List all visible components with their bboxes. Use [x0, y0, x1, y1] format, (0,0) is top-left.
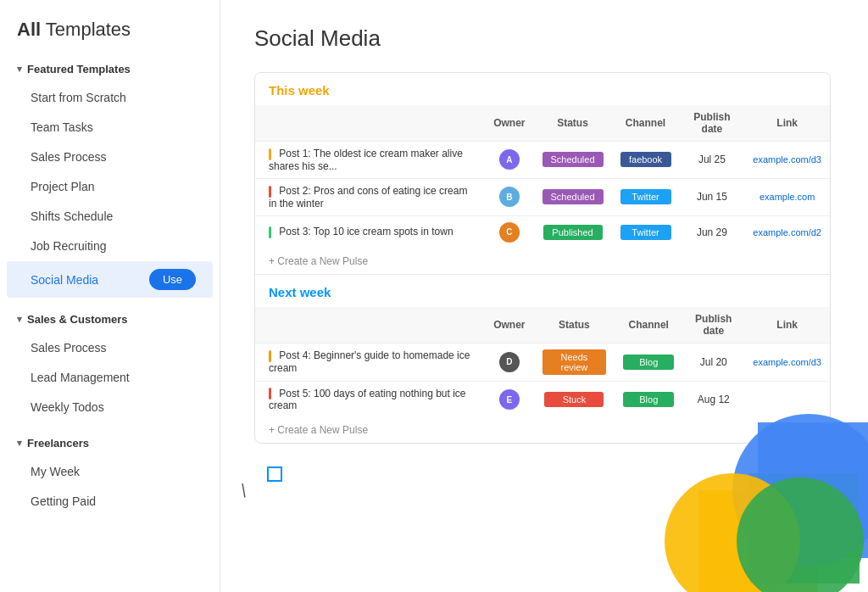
sidebar: All Templates ▾ Featured Templates Start… — [0, 0, 220, 592]
svg-point-1 — [665, 473, 800, 592]
sidebar-item-label: Weekly Todos — [31, 400, 104, 414]
row-bar — [269, 350, 271, 362]
col-owner: Owner — [485, 105, 533, 142]
channel-badge: Blog — [623, 392, 674, 407]
link-cell: example.com/d3 — [744, 142, 830, 179]
sidebar-item-label: My Week — [31, 465, 80, 478]
publish-date-cell: Jul 20 — [682, 343, 744, 381]
channel-cell: faebook — [612, 142, 680, 179]
row-bar — [269, 186, 271, 198]
sidebar-title-bold: All — [17, 19, 41, 40]
link-text[interactable]: example.com/d3 — [753, 154, 821, 165]
link-text[interactable]: example.com/d3 — [753, 357, 821, 367]
channel-badge: Twitter — [620, 189, 671, 204]
channel-badge: faebook — [620, 152, 671, 167]
owner-cell: B — [485, 178, 533, 215]
table-row: Post 5: 100 days of eating nothing but i… — [255, 381, 830, 417]
next-week-section: Next week Owner Status Channel Publish d… — [255, 275, 830, 444]
col-owner: Owner — [485, 307, 533, 343]
sidebar-item-label: Getting Paid — [31, 494, 96, 508]
table-row: Post 4: Beginner's guide to homemade ice… — [255, 343, 830, 381]
sidebar-item-label: Social Media — [31, 273, 98, 287]
circle-yellow — [698, 490, 817, 592]
col-post — [255, 307, 485, 343]
section-sales-label: Sales & Customers — [27, 313, 128, 326]
status-badge: Needs review — [542, 349, 607, 375]
post-text: Post 1: The oldest ice cream maker alive… — [255, 142, 485, 179]
create-pulse-this-week[interactable]: + Create a New Pulse — [255, 249, 830, 274]
channel-badge: Blog — [623, 355, 674, 370]
avatar: A — [499, 149, 520, 170]
col-status: Status — [534, 307, 615, 343]
this-week-header: This week — [255, 73, 830, 105]
col-status: Status — [534, 105, 612, 142]
channel-cell: Twitter — [612, 215, 680, 249]
preview-card: This week Owner Status Channel Publish d… — [254, 72, 831, 444]
link-cell: example.com — [744, 178, 830, 215]
sidebar-item-project-plan[interactable]: Project Plan — [7, 172, 213, 201]
status-cell: Scheduled — [534, 142, 612, 179]
sidebar-item-start-from-scratch[interactable]: Start from Scratch — [7, 83, 213, 112]
sidebar-title: All Templates — [0, 8, 220, 56]
chevron-icon: ▾ — [17, 314, 22, 325]
sidebar-item-job-recruiting[interactable]: Job Recruiting — [7, 232, 213, 260]
sidebar-item-label: Shifts Schedule — [31, 209, 113, 223]
owner-cell: E — [485, 381, 533, 417]
sidebar-item-lead-management[interactable]: Lead Management — [7, 363, 213, 392]
col-post — [255, 105, 485, 142]
row-bar — [269, 388, 271, 399]
sidebar-item-weekly-todos[interactable]: Weekly Todos — [7, 393, 213, 422]
status-cell: Published — [534, 215, 612, 249]
this-week-table: Owner Status Channel Publish date Link P… — [255, 105, 830, 249]
avatar: D — [499, 352, 520, 372]
status-badge: Stuck — [544, 392, 604, 407]
sidebar-item-sales-process[interactable]: Sales Process — [7, 142, 213, 171]
post-text: Post 5: 100 days of eating nothing but i… — [255, 381, 485, 417]
table-row: Post 2: Pros and cons of eating ice crea… — [255, 178, 830, 215]
row-bar — [269, 226, 271, 238]
table-header-row: Owner Status Channel Publish date Link — [255, 105, 830, 142]
link-text[interactable]: example.com — [760, 192, 815, 202]
main-content: Social Media This week Owner Status Chan… — [220, 0, 868, 592]
publish-date-cell: Aug 12 — [682, 381, 744, 417]
use-button[interactable]: Use — [149, 269, 196, 290]
loading-circle — [267, 466, 282, 482]
page-title: Social Media — [254, 25, 834, 52]
loading-indicator — [267, 466, 282, 482]
publish-date-cell: Jun 29 — [680, 215, 745, 249]
create-pulse-next-week[interactable]: + Create a New Pulse — [255, 417, 830, 443]
svg-point-2 — [737, 478, 864, 592]
avatar: B — [499, 187, 520, 207]
section-freelancers[interactable]: ▾ Freelancers — [0, 430, 220, 456]
sidebar-item-label: Sales Process — [31, 341, 106, 355]
link-cell: example.com/d3 — [744, 343, 830, 381]
section-featured-templates[interactable]: ▾ Featured Templates — [0, 56, 220, 82]
link-text[interactable]: example.com/d2 — [753, 227, 821, 237]
chevron-icon: ▾ — [17, 438, 22, 449]
link-cell — [744, 381, 830, 417]
col-channel: Channel — [615, 307, 682, 343]
publish-date-cell: Jun 15 — [680, 178, 745, 215]
sidebar-item-getting-paid[interactable]: Getting Paid — [7, 487, 213, 516]
status-badge: Published — [543, 225, 603, 240]
next-week-header: Next week — [255, 275, 830, 307]
table-row: Post 3: Top 10 ice cream spots in town C… — [255, 215, 830, 249]
sidebar-item-social-media[interactable]: Social Media Use — [7, 261, 213, 298]
channel-cell: Twitter — [612, 178, 680, 215]
status-cell: Stuck — [534, 381, 615, 417]
sidebar-item-shifts-schedule[interactable]: Shifts Schedule — [7, 202, 213, 231]
sidebar-item-team-tasks[interactable]: Team Tasks — [7, 113, 213, 142]
post-text: Post 2: Pros and cons of eating ice crea… — [255, 178, 485, 215]
next-week-table: Owner Status Channel Publish date Link P… — [255, 307, 830, 418]
sidebar-item-sales-process-2[interactable]: Sales Process — [7, 333, 213, 362]
channel-cell: Blog — [615, 343, 682, 381]
section-sales-customers[interactable]: ▾ Sales & Customers — [0, 306, 220, 332]
sidebar-item-my-week[interactable]: My Week — [7, 457, 213, 486]
chevron-icon: ▾ — [17, 64, 22, 75]
sidebar-item-label: Lead Management — [31, 371, 130, 384]
row-bar — [269, 148, 271, 160]
table-row: Post 1: The oldest ice cream maker alive… — [255, 142, 830, 179]
col-link: Link — [744, 307, 830, 343]
sidebar-item-label: Start from Scratch — [31, 91, 126, 104]
post-text: Post 4: Beginner's guide to homemade ice… — [255, 343, 485, 381]
